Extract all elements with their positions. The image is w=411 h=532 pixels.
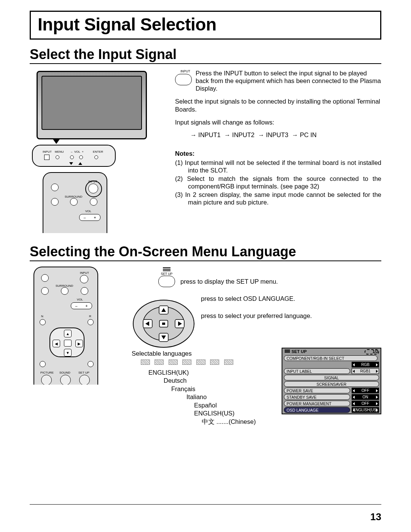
- r2-mute-button: [81, 287, 88, 295]
- r2-left-button: ◀: [53, 340, 60, 347]
- cycle-pcin: PC IN: [292, 131, 317, 138]
- r2-sound-label: SOUND: [59, 371, 70, 374]
- r2-r-label: R: [89, 315, 91, 318]
- lang-swatch-icon: [210, 359, 219, 365]
- tv-illustration: [37, 71, 147, 139]
- input-cycle: INPUT1 INPUT2 INPUT3 PC IN: [190, 131, 381, 139]
- notes-block: Notes: (1) Input terminal will not be se…: [175, 150, 381, 206]
- callout-arrow-icon: [53, 139, 60, 144]
- page-title: Input Signal Selection: [38, 14, 373, 35]
- remote-power-button: [51, 184, 59, 191]
- svg-rect-11: [162, 323, 165, 325]
- r2-n-label: N: [41, 315, 43, 318]
- input-button-row: INPUT Press the INPUT button to select t…: [175, 69, 381, 97]
- r2-setup-button: [79, 375, 90, 385]
- remote-input-highlight: [85, 181, 102, 197]
- setup-button-icon: [158, 276, 175, 287]
- r2-right-button: ▶: [75, 340, 83, 347]
- dpad-illustration: [132, 298, 196, 348]
- lang-swatch-icon: [224, 359, 233, 365]
- instr-display-setup: press to display the SET UP menu.: [180, 278, 381, 285]
- remote-illustration-top: INPUT SURROUND VOL –+: [43, 172, 107, 233]
- r2-sound-button: [60, 375, 71, 385]
- cycle-input2: INPUT2: [224, 131, 255, 138]
- setup-button-label: SET UP: [158, 272, 175, 276]
- lang-chinese: 中文 .......(Chinese): [141, 418, 381, 426]
- setup-button-graphic: SET UP: [158, 267, 175, 289]
- section2-heading: Selecting the On-Screen Menu Language: [30, 244, 381, 261]
- lang-swatch-icon: [196, 359, 206, 365]
- remote-vol-bar: –+: [79, 214, 100, 221]
- osd-row-screensaver: SCREENSAVER: [284, 381, 379, 387]
- cycle-input3: INPUT3: [258, 131, 288, 138]
- note-3: (3) In 2 screen display, the same input …: [175, 191, 381, 206]
- osd-row-osd-language: OSD LANGUAGE: [284, 407, 350, 413]
- cycle-input1: INPUT1: [190, 131, 221, 138]
- osd-row-signal: SIGNAL: [284, 375, 379, 380]
- para-terminal-boards: Select the input signals to be connected…: [175, 97, 381, 113]
- para-press-input: Press the INPUT button to select the inp…: [196, 69, 381, 92]
- osd-row-power-save: POWER SAVE: [284, 388, 350, 393]
- control-panel-illustration: INPUT MENU – VOL + ENTER: [32, 145, 116, 167]
- section2-remote-col: INPUT SURROUND VOL –+ N R ▲ ◀ ▶ ▼: [30, 267, 129, 426]
- input-button-icon: [175, 74, 192, 85]
- r2-surround-button: [61, 287, 68, 295]
- hamburger-icon: [163, 267, 170, 271]
- r2-btn-a: [41, 287, 49, 295]
- lang-swatch-icon: [141, 359, 150, 365]
- section1-body: INPUT MENU – VOL + ENTER INPUT SURROUND …: [30, 69, 381, 233]
- osd-setup-panel: SET UP 1/2 COMPONENT/RGB-IN SELECT RGB I…: [282, 348, 381, 414]
- r2-up-button: ▲: [64, 330, 72, 337]
- panel-vol-up-button: [79, 155, 83, 159]
- instr-select-lang: press to select your preferred language.: [201, 312, 381, 320]
- section2-instructions: SET UP press to display the SET UP menu.: [129, 267, 381, 426]
- r2-power-button: [41, 274, 49, 282]
- remote-vol-label: VOL: [85, 209, 91, 213]
- osd-row-standby-save: STANDBY SAVE: [284, 394, 350, 400]
- r2-picture-button: [41, 375, 52, 385]
- osd-val-power-mgmt: OFF: [352, 401, 379, 406]
- panel-tri-down-icon: [69, 162, 73, 165]
- r2-input-label: INPUT: [80, 271, 89, 275]
- panel-tri-up-icon: [78, 162, 82, 165]
- osd-val-input-label: RGB1: [352, 368, 379, 374]
- osd-page-indicator: 1/2: [373, 349, 378, 354]
- osd-val-component: RGB: [352, 362, 379, 367]
- lang-swatch-icon: [182, 359, 191, 365]
- remote-mute-button: [90, 198, 97, 206]
- r2-setup-label: SET UP: [78, 371, 89, 374]
- section1-illustrations: INPUT MENU – VOL + ENTER INPUT SURROUND …: [30, 69, 167, 233]
- r2-br-button: [88, 361, 94, 367]
- section1-heading: Select the Input Signal: [30, 46, 381, 64]
- section2-body: INPUT SURROUND VOL –+ N R ▲ ◀ ▶ ▼: [30, 267, 381, 426]
- r2-vol-bar: –+: [71, 302, 92, 309]
- remote-surround-button: [70, 198, 78, 206]
- r2-down-button: ▼: [64, 349, 72, 356]
- instr-select-osd: press to select OSD LANGUAGE.: [201, 295, 381, 302]
- notes-heading: Notes:: [175, 150, 381, 157]
- note-2: (2) Select to match the signals from the…: [175, 175, 381, 190]
- r2-ok-button: [64, 340, 72, 347]
- osd-row-power-mgmt: POWER MANAGEMENT: [284, 401, 350, 406]
- input-button-graphic: INPUT: [175, 69, 196, 85]
- lang-swatch-icon: [169, 359, 178, 365]
- osd-row-input-label: INPUT LABEL: [284, 368, 350, 374]
- osd-val-power-save: OFF: [352, 388, 379, 393]
- panel-vol-label: – VOL +: [71, 150, 84, 153]
- r2-dpad: ▲ ◀ ▶ ▼: [49, 328, 84, 358]
- page-number: 13: [370, 511, 381, 523]
- input-button-label: INPUT: [175, 69, 196, 73]
- remote-btn-a: [51, 198, 59, 206]
- panel-input-button: [44, 155, 49, 160]
- note-1: (1) Input terminal will not be selected …: [175, 159, 381, 174]
- para-change-follows: Input signals will change as follows:: [175, 118, 381, 126]
- r2-vol-label: VOL: [77, 298, 83, 301]
- osd-row-component: COMPONENT/RGB-IN SELECT: [284, 355, 378, 361]
- r2-bl-button: [40, 361, 46, 367]
- panel-enter-label: ENTER: [93, 150, 103, 153]
- panel-enter-button: [94, 155, 98, 159]
- panel-vol-down-button: [70, 155, 74, 159]
- panel-input-label: INPUT: [43, 150, 52, 153]
- osd-val-osd-language: ENGLISH(US): [352, 407, 379, 413]
- r2-input-button: [80, 275, 88, 283]
